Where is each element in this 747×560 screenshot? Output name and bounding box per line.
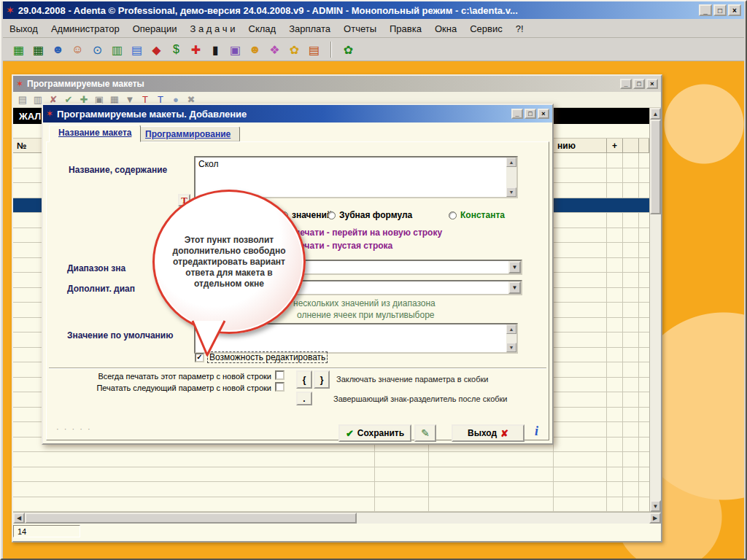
header-cell-plus[interactable]: + [607, 139, 623, 152]
finance-icon[interactable]: $ [168, 42, 185, 58]
table-row[interactable] [13, 482, 649, 497]
table-cell [429, 452, 554, 467]
default-textarea-scrollbar[interactable]: ▲ ▼ [506, 324, 516, 352]
medical-icon[interactable]: ✚ [187, 42, 204, 58]
brace-open-button[interactable]: { [296, 370, 312, 389]
toolbar-separator [330, 42, 332, 58]
table-cell [639, 438, 649, 452]
tab-1[interactable]: Название макета [49, 125, 141, 142]
scroll-down-button[interactable]: ▼ [650, 500, 661, 512]
exit-cross-icon: ✘ [500, 428, 508, 439]
menu-item-6[interactable]: Зарплата [282, 21, 337, 36]
tooltip-balloon: Этот пункт позволит дополнительно свобод… [152, 190, 306, 334]
radio-dental-formula[interactable]: Зубная формула [328, 210, 412, 220]
table-row[interactable] [13, 452, 649, 467]
vertical-scroll-thumb[interactable] [650, 120, 661, 214]
separator-char-button[interactable]: . [296, 392, 312, 405]
newline-this-checkbox[interactable] [275, 370, 285, 380]
table-cell [607, 213, 623, 228]
scroll-down-icon[interactable]: ▼ [506, 343, 516, 352]
table-cell [623, 467, 639, 482]
child-close-button[interactable]: × [646, 79, 658, 89]
child-minimize-button[interactable]: _ [620, 79, 632, 89]
menu-item-9[interactable]: Окна [428, 21, 463, 36]
candy-icon[interactable]: ◆ [148, 42, 165, 58]
flower-icon[interactable]: ✿ [286, 42, 303, 58]
table-cell [607, 183, 623, 198]
exit-button[interactable]: Выход ✘ [452, 424, 525, 442]
maximize-button[interactable]: □ [713, 4, 727, 16]
scroll-down-icon[interactable]: ▼ [506, 187, 516, 197]
table-cell [623, 168, 639, 183]
cards-icon[interactable]: ▥ [109, 42, 125, 58]
tab-2[interactable]: Программирование [136, 126, 240, 141]
doctor-icon[interactable]: ☺ [69, 42, 86, 58]
horizontal-scroll-thumb[interactable] [25, 513, 357, 524]
table-cell [607, 482, 623, 497]
name-textarea-scrollbar[interactable]: ▲ ▼ [506, 158, 516, 197]
scroll-up-icon[interactable]: ▲ [506, 158, 516, 167]
menu-item-8[interactable]: Правка [383, 21, 428, 36]
table-cell [607, 303, 623, 317]
table-cell [554, 482, 607, 497]
horizontal-scrollbar[interactable]: ◀ ▶ [13, 512, 661, 524]
schedule-icon[interactable]: ▦ [30, 42, 47, 58]
vertical-scrollbar[interactable]: ▲ ▼ [649, 108, 661, 512]
header-cell[interactable] [623, 139, 639, 152]
menu-item-4[interactable]: З а д а ч и [184, 21, 242, 36]
new-icon[interactable]: ▤ [16, 93, 29, 106]
table-cell [554, 153, 607, 168]
newline-next-checkbox[interactable] [275, 382, 285, 392]
table-cell [607, 243, 623, 257]
stack-icon[interactable]: ▣ [227, 42, 244, 58]
header-cell-right[interactable]: нию [554, 139, 607, 152]
table-cell [623, 303, 639, 317]
menu-item-1[interactable]: Выход [3, 21, 44, 36]
table-cell [13, 497, 375, 512]
barcode-icon[interactable]: ▮ [207, 42, 224, 58]
palette-icon[interactable]: ❖ [266, 42, 283, 58]
window-title: 29.04.2008 - Adenta © Professional, демо… [18, 5, 695, 16]
patients-icon[interactable]: ☻ [50, 42, 66, 58]
menu-item-11[interactable]: ?! [509, 21, 530, 36]
menu-item-3[interactable]: Операции [126, 21, 184, 36]
menu-item-5[interactable]: Склад [242, 21, 283, 36]
clock-icon[interactable]: ⊙ [89, 42, 106, 58]
table-row[interactable] [13, 497, 649, 513]
table-row[interactable] [13, 467, 649, 483]
note-icon: ✎ [421, 427, 430, 439]
child-window-titlebar[interactable]: ✶ Программируемые макеты _ □ × [13, 76, 661, 92]
radio-constant[interactable]: Константа [449, 210, 505, 220]
table-cell [554, 438, 607, 452]
dropdown-icon[interactable]: ▼ [508, 281, 521, 294]
scroll-right-button[interactable]: ▶ [649, 513, 661, 524]
close-button[interactable]: × [728, 4, 741, 16]
scroll-up-icon[interactable]: ▲ [506, 324, 516, 334]
separator-line [49, 368, 546, 369]
cardfile-icon[interactable]: ▤ [128, 42, 145, 58]
menu-item-10[interactable]: Сервис [463, 21, 509, 36]
minimize-button[interactable]: _ [699, 4, 712, 16]
menu-item-2[interactable]: Администратор [44, 21, 126, 36]
scroll-up-button[interactable]: ▲ [650, 108, 661, 120]
group-icon[interactable]: ☻ [247, 42, 263, 58]
menu-item-7[interactable]: Отчеты [337, 21, 383, 36]
radio-dental-label: Зубная формула [339, 210, 412, 220]
info-icon[interactable]: i [535, 424, 538, 439]
table-cell [607, 168, 623, 183]
child-maximize-button[interactable]: □ [633, 79, 645, 89]
table-cell [607, 452, 623, 467]
table-cell [639, 467, 649, 482]
note-button[interactable]: ✎ [414, 424, 436, 442]
dropdown-icon[interactable]: ▼ [508, 261, 521, 273]
service-icon[interactable]: ✿ [340, 42, 357, 58]
table-cell [554, 332, 607, 347]
scroll-left-button[interactable]: ◀ [13, 513, 25, 524]
table-cell [607, 258, 623, 273]
table-cell [623, 183, 639, 198]
journal-icon[interactable]: ▦ [10, 42, 27, 58]
report-icon[interactable]: ▤ [306, 42, 322, 58]
brace-close-button[interactable]: } [314, 370, 330, 389]
save-button[interactable]: ✔ Сохранить [338, 424, 411, 442]
table-cell [623, 198, 639, 213]
